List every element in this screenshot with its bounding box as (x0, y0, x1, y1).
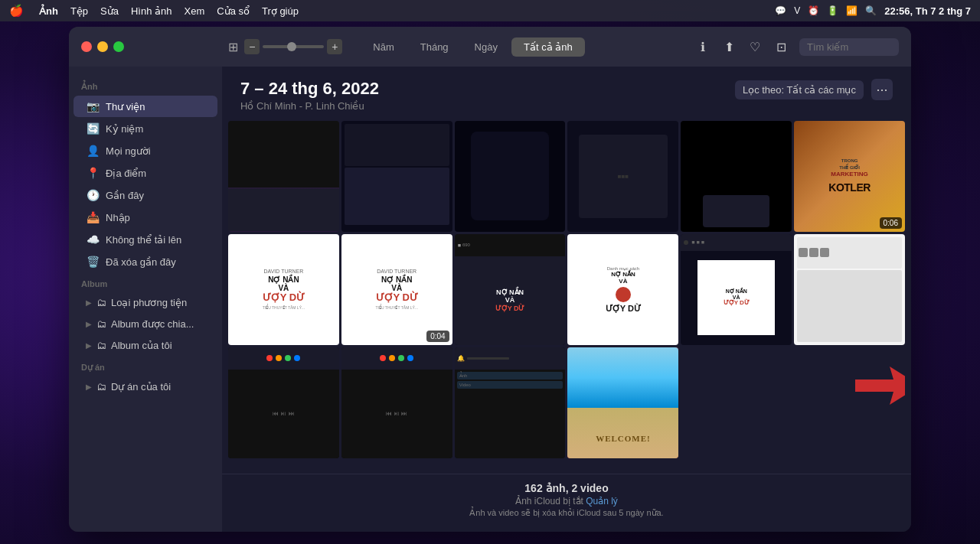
photo-cell-12[interactable] (794, 234, 905, 345)
zoom-in-button[interactable]: + (327, 39, 342, 54)
filter-select[interactable]: Lọc theo: Tất cả các mục (735, 80, 864, 99)
status-bar: 162 ảnh, 2 video Ảnh iCloud bị tắt Quản … (222, 474, 911, 526)
video-badge-6: 0:06 (880, 217, 902, 229)
location-text: Hồ Chí Minh - P. Linh Chiều (240, 100, 379, 112)
tab-day[interactable]: Ngày (462, 37, 510, 57)
toolbar-right: ℹ ⬆ ♡ ⊡ (695, 38, 899, 56)
manage-link[interactable]: Quản lý (586, 496, 618, 507)
import-icon: 📥 (86, 211, 100, 223)
photo-cell-1[interactable] (228, 121, 339, 232)
menubar-icon-wifi: 📶 (846, 5, 858, 16)
status-icloud: Ảnh iCloud bị tắt Quản lý (230, 496, 903, 507)
chevron-icon3: ▶ (86, 341, 92, 350)
menubar-icon-v: V (794, 5, 800, 16)
sidebar-item-memories[interactable]: 🔄 Kỷ niệm (74, 118, 217, 139)
sidebar-item-library[interactable]: 📷 Thư viện (74, 96, 217, 117)
sidebar-item-people[interactable]: 👤 Mọi người (74, 140, 217, 161)
sidebar-item-deleted[interactable]: 🗑️ Đã xóa gần đây (74, 251, 217, 272)
sidebar-label-myalbums: Album của tôi (111, 340, 172, 351)
sidebar-item-import[interactable]: 📥 Nhập (74, 207, 217, 228)
people-icon: 👤 (86, 145, 100, 157)
menu-file[interactable]: Tệp (70, 5, 88, 17)
slideshow-icon[interactable]: ⊞ (228, 40, 238, 54)
photo-cell-4[interactable]: ■■■ (567, 121, 678, 232)
menu-window[interactable]: Cửa sổ (217, 5, 250, 17)
sidebar-label-import: Nhập (106, 212, 130, 223)
menubar-icon-search[interactable]: 🔍 (865, 5, 877, 16)
photo-cell-11[interactable]: ■ ■ ■ NỢ NẦNVÀƯỢY DỪ (681, 234, 792, 345)
toolbar-center: ⊞ − + Năm Tháng Ngày Tất cả ảnh (139, 37, 674, 57)
tab-month[interactable]: Tháng (408, 37, 461, 57)
sidebar-label-memories: Kỷ niệm (106, 123, 143, 135)
sidebar-icon-sharedalbums: 🗂 (96, 318, 106, 330)
share-icon[interactable]: ⬆ (721, 39, 737, 54)
more-options-button[interactable]: ··· (871, 79, 893, 100)
sidebar-label-people: Mọi người (106, 145, 151, 157)
photo-cell-9[interactable]: ■ 690 NỢ NẦNVÀƯỢY DỪ (455, 234, 566, 345)
photo-cell-5[interactable] (681, 121, 792, 232)
photo-cell-13[interactable]: ⏮ ⏯ ⏭ (228, 347, 339, 458)
deleted-icon: 🗑️ (86, 256, 100, 268)
menubar-icon-msg: 💬 (775, 5, 786, 16)
photo-cell-17[interactable] (681, 347, 792, 458)
sidebar-section-photos: Ảnh (69, 76, 222, 95)
sidebar-label-library: Thư viện (106, 101, 145, 112)
photos-window: ⊞ − + Năm Tháng Ngày Tất cả ảnh ℹ ⬆ ♡ ⊡ (69, 27, 911, 532)
photo-cell-2[interactable] (341, 121, 452, 232)
menu-help[interactable]: Trợ giúp (262, 5, 299, 17)
photo-cell-16[interactable]: WELCOME! (567, 347, 678, 458)
status-warning: Ảnh và video sẽ bị xóa khỏi iCloud sau 5… (230, 508, 903, 518)
menubar-time: 22:56, Th 7 2 thg 7 (884, 5, 971, 17)
sidebar-label-deleted: Đã xóa gần đây (106, 256, 176, 268)
date-range: 7 – 24 thg 6, 2022 (240, 79, 379, 99)
zoom-slider[interactable] (263, 45, 324, 48)
info-icon[interactable]: ℹ (695, 39, 710, 54)
sidebar-icon-myprojects: 🗂 (96, 381, 106, 393)
sidebar-item-noupload[interactable]: ☁️ Không thể tải lên (74, 229, 217, 250)
sidebar-item-recent[interactable]: 🕐 Gần đây (74, 184, 217, 206)
sidebar-item-myalbums[interactable]: ▶ 🗂 Album của tôi (74, 335, 217, 356)
status-count: 162 ảnh, 2 video (230, 482, 903, 494)
sidebar-item-myprojects[interactable]: ▶ 🗂 Dự án của tôi (74, 376, 217, 397)
sidebar-section-album: Album (69, 273, 222, 292)
chevron-icon: ▶ (86, 298, 92, 307)
places-icon: 📍 (86, 167, 100, 179)
photo-cell-18 (794, 347, 905, 458)
photo-cell-10[interactable]: Danh mục sách NỢ NẦNVÀ ƯỢY DỪ (567, 234, 678, 345)
zoom-controls: − + (244, 39, 342, 54)
beach-photo: WELCOME! (567, 347, 678, 458)
content-header: 7 – 24 thg 6, 2022 Hồ Chí Minh - P. Linh… (222, 67, 911, 118)
photo-cell-7[interactable]: DAVID TURNER NỢ NẦNVÀ ƯỢY DỪ TIỂU THUYẾT… (228, 234, 339, 345)
sidebar-item-sharedalbums[interactable]: ▶ 🗂 Album được chia... (74, 314, 217, 334)
zoom-out-button[interactable]: − (244, 39, 260, 54)
tab-year[interactable]: Năm (361, 37, 406, 57)
sidebar-item-mediatypes[interactable]: ▶ 🗂 Loại phương tiện (74, 292, 217, 313)
sidebar-label-recent: Gần đây (106, 190, 144, 201)
sidebar-icon-myalbums: 🗂 (96, 340, 106, 351)
menu-view[interactable]: Xem (185, 5, 205, 17)
photo-grid: ■■■ TRONG THẾ GIỚI MARKETING KOTLER (222, 118, 911, 461)
photo-cell-6[interactable]: TRONG THẾ GIỚI MARKETING KOTLER 0:06 (794, 121, 905, 232)
menu-photos[interactable]: Ảnh (39, 5, 58, 17)
crop-icon[interactable]: ⊡ (773, 39, 789, 54)
menu-edit[interactable]: Sửa (100, 5, 119, 17)
menu-image[interactable]: Hình ảnh (131, 5, 172, 17)
sidebar-label-sharedalbums: Album được chia... (111, 318, 194, 330)
close-button[interactable] (81, 41, 92, 52)
photo-cell-15[interactable]: 🔔 Ảnh Video (455, 347, 566, 458)
photo-cell-3[interactable] (455, 121, 566, 232)
minimize-button[interactable] (97, 41, 108, 52)
sidebar-label-noupload: Không thể tải lên (106, 234, 181, 246)
apple-menu[interactable]: 🍎 (9, 4, 24, 18)
search-input[interactable] (799, 38, 899, 56)
noupload-icon: ☁️ (86, 233, 100, 246)
heart-icon[interactable]: ♡ (747, 39, 763, 54)
sidebar-label-myprojects: Dự án của tôi (111, 381, 171, 393)
sidebar-item-places[interactable]: 📍 Địa điểm (74, 162, 217, 184)
maximize-button[interactable] (113, 41, 124, 52)
sidebar-label-places: Địa điểm (106, 168, 146, 179)
photo-cell-8[interactable]: DAVID TURNER NỢ NẦNVÀ ƯỢY DỪ TIỂU THUYẾT… (341, 234, 452, 345)
tab-all-photos[interactable]: Tất cả ảnh (511, 37, 585, 57)
chevron-icon2: ▶ (86, 320, 92, 328)
photo-cell-14[interactable]: ⏮ ⏯ ⏭ (341, 347, 452, 458)
